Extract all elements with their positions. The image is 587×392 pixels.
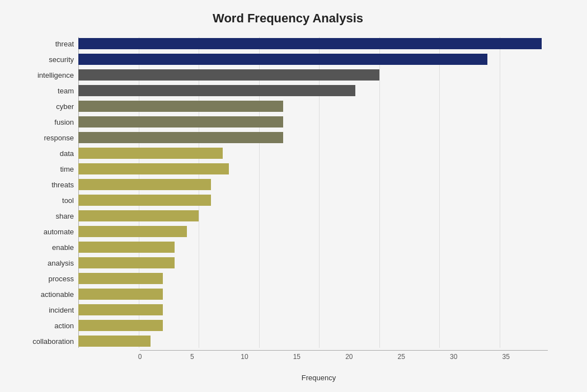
bar-fill bbox=[78, 101, 283, 112]
bar-fill bbox=[78, 54, 487, 65]
bar-label: time bbox=[12, 165, 74, 173]
bar-row: data bbox=[78, 147, 548, 160]
bar-label: fusion bbox=[12, 118, 74, 126]
bar-label: incident bbox=[12, 306, 74, 314]
bar-row: team bbox=[78, 84, 548, 97]
bar-row: actionable bbox=[78, 287, 548, 301]
bar-fill bbox=[78, 163, 229, 174]
bar-fill bbox=[78, 195, 211, 206]
bars-wrapper: threatsecurityintelligenceteamcyberfusio… bbox=[78, 37, 548, 348]
x-tick-label: 30 bbox=[450, 353, 457, 361]
bar-fill bbox=[78, 273, 163, 284]
bar-row: fusion bbox=[78, 115, 548, 129]
bar-fill bbox=[78, 257, 175, 268]
bar-fill bbox=[78, 148, 223, 159]
bar-row: threat bbox=[78, 37, 548, 50]
bar-row: incident bbox=[78, 303, 548, 317]
x-tick-label: 10 bbox=[241, 353, 248, 361]
bar-row: process bbox=[78, 272, 548, 285]
bar-label: action bbox=[12, 322, 74, 330]
bar-row: tool bbox=[78, 193, 548, 207]
x-tick-label: 25 bbox=[398, 353, 405, 361]
bar-label: data bbox=[12, 149, 74, 158]
bar-fill bbox=[78, 116, 283, 127]
bar-label: threat bbox=[12, 40, 74, 48]
bar-row: action bbox=[78, 319, 548, 332]
bar-row: security bbox=[78, 53, 548, 66]
bar-label: response bbox=[12, 134, 74, 142]
bar-row: intelligence bbox=[78, 68, 548, 82]
bar-label: tool bbox=[12, 196, 74, 205]
bar-label: collaboration bbox=[12, 337, 74, 346]
bar-label: security bbox=[12, 55, 74, 64]
bar-row: enable bbox=[78, 240, 548, 254]
bar-fill bbox=[78, 226, 187, 237]
bar-fill bbox=[78, 320, 163, 331]
bar-label: process bbox=[12, 275, 74, 283]
bar-label: team bbox=[12, 87, 74, 95]
x-tick-label: 0 bbox=[138, 353, 142, 361]
x-axis-label: Frequency bbox=[73, 374, 565, 382]
bars-area: threatsecurityintelligenceteamcyberfusio… bbox=[78, 37, 548, 348]
bar-label: enable bbox=[12, 243, 74, 252]
x-tick-label: 35 bbox=[503, 353, 510, 361]
bar-fill bbox=[78, 210, 199, 221]
bar-label: share bbox=[12, 212, 74, 220]
bar-fill bbox=[78, 132, 283, 143]
bar-fill bbox=[78, 242, 175, 253]
bar-label: actionable bbox=[12, 290, 74, 299]
bar-row: analysis bbox=[78, 256, 548, 270]
bar-row: share bbox=[78, 209, 548, 223]
x-tick-label: 5 bbox=[190, 353, 194, 361]
bar-row: automate bbox=[78, 225, 548, 238]
bar-fill bbox=[78, 304, 163, 315]
bar-fill bbox=[78, 85, 355, 96]
chart-title: Word Frequency Analysis bbox=[11, 11, 565, 26]
bar-row: response bbox=[78, 131, 548, 144]
bar-label: automate bbox=[12, 228, 74, 236]
bar-fill bbox=[78, 289, 163, 300]
chart-container: Word Frequency Analysis threatsecurityin… bbox=[0, 0, 587, 392]
bar-label: threats bbox=[12, 181, 74, 189]
bar-label: intelligence bbox=[12, 71, 74, 79]
bar-fill bbox=[78, 336, 151, 347]
chart-body: threatsecurityintelligenceteamcyberfusio… bbox=[78, 37, 548, 372]
bar-row: threats bbox=[78, 178, 548, 191]
bar-fill bbox=[78, 179, 211, 190]
bar-row: collaboration bbox=[78, 334, 548, 348]
x-axis: 05101520253035 bbox=[140, 350, 548, 372]
bar-fill bbox=[78, 38, 542, 49]
bar-row: time bbox=[78, 162, 548, 176]
bar-label: analysis bbox=[12, 259, 74, 267]
bar-fill bbox=[78, 69, 379, 81]
bar-label: cyber bbox=[12, 102, 74, 111]
x-tick-label: 20 bbox=[345, 353, 353, 361]
x-tick-label: 15 bbox=[293, 353, 300, 361]
bar-row: cyber bbox=[78, 100, 548, 113]
